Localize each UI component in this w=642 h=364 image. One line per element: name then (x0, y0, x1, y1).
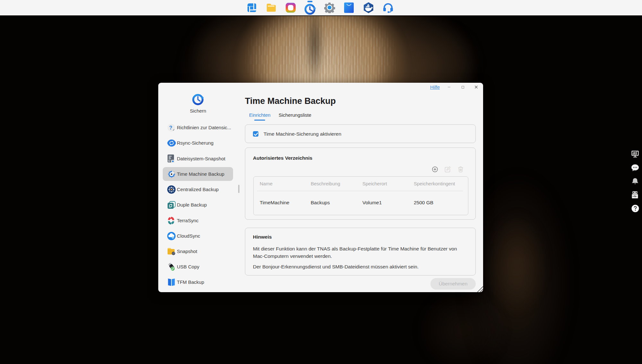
svg-text:?: ? (169, 125, 172, 130)
